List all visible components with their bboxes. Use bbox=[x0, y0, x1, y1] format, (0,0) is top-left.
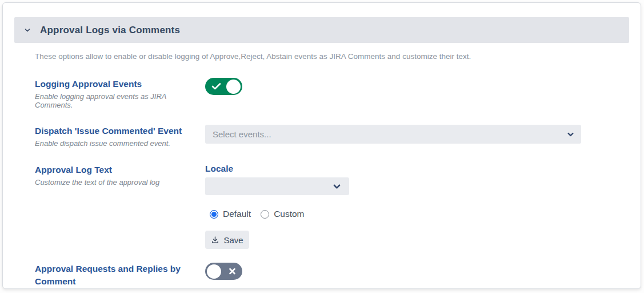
logging-field-hint: Enable logging approval events as JIRA C… bbox=[35, 92, 199, 109]
toggle-knob bbox=[207, 264, 221, 279]
save-button-label: Save bbox=[223, 235, 243, 245]
panel-title: Approval Logs via Comments bbox=[40, 25, 180, 36]
logging-control-column bbox=[205, 78, 641, 109]
panel-description: These options allow to enable or disable… bbox=[35, 52, 629, 61]
select-events-dropdown[interactable]: Select events... bbox=[205, 125, 581, 144]
logging-field-label: Logging Approval Events bbox=[35, 78, 199, 90]
radio-default-label: Default bbox=[223, 209, 251, 219]
locale-label: Locale bbox=[205, 164, 641, 174]
logtext-field-label: Approval Log Text bbox=[35, 164, 199, 176]
x-icon bbox=[229, 268, 236, 275]
radio-option-default[interactable]: Default bbox=[210, 209, 251, 219]
check-icon bbox=[211, 82, 221, 90]
dispatch-field-hint: Enable dispatch issue commented event. bbox=[35, 139, 199, 148]
radio-option-custom[interactable]: Custom bbox=[261, 209, 304, 219]
collapse-chevron-icon[interactable] bbox=[24, 27, 31, 34]
requests-field-label: Approval Requests and Replies by Comment bbox=[35, 263, 199, 288]
save-button[interactable]: Save bbox=[205, 231, 249, 249]
download-icon bbox=[211, 236, 219, 244]
logging-label-column: Logging Approval Events Enable logging a… bbox=[35, 78, 205, 109]
field-row-approval-log-text: Approval Log Text Customize the text of … bbox=[35, 164, 641, 249]
chevron-down-icon bbox=[333, 182, 341, 191]
logtext-control-column: Locale Default Custom bbox=[205, 164, 641, 249]
log-text-mode-radio-group: Default Custom bbox=[210, 209, 641, 219]
chevron-down-icon bbox=[567, 130, 574, 138]
logtext-field-hint: Customize the text of the approval log bbox=[35, 178, 199, 187]
requests-toggle-off[interactable] bbox=[205, 263, 242, 280]
logging-toggle-on[interactable] bbox=[205, 78, 242, 95]
select-events-placeholder: Select events... bbox=[213, 129, 271, 139]
requests-label-column: Approval Requests and Replies by Comment bbox=[35, 263, 205, 288]
radio-default-selected[interactable] bbox=[210, 210, 218, 219]
logtext-label-column: Approval Log Text Customize the text of … bbox=[35, 164, 205, 249]
field-row-dispatch-event: Dispatch 'Issue Commented' Event Enable … bbox=[35, 125, 641, 148]
locale-dropdown[interactable] bbox=[205, 177, 349, 195]
radio-custom-label: Custom bbox=[274, 209, 304, 219]
dispatch-field-label: Dispatch 'Issue Commented' Event bbox=[35, 125, 199, 137]
field-row-requests-replies: Approval Requests and Replies by Comment bbox=[35, 263, 641, 288]
toggle-knob bbox=[226, 80, 241, 94]
radio-custom-unselected[interactable] bbox=[261, 210, 269, 219]
settings-page: Approval Logs via Comments These options… bbox=[0, 0, 644, 293]
dispatch-label-column: Dispatch 'Issue Commented' Event Enable … bbox=[35, 125, 205, 148]
field-row-logging-approval-events: Logging Approval Events Enable logging a… bbox=[35, 78, 641, 109]
dispatch-control-column: Select events... bbox=[205, 125, 641, 148]
panel-header[interactable]: Approval Logs via Comments bbox=[14, 17, 629, 43]
requests-control-column bbox=[205, 263, 641, 288]
approval-logs-panel: Approval Logs via Comments These options… bbox=[2, 2, 641, 289]
